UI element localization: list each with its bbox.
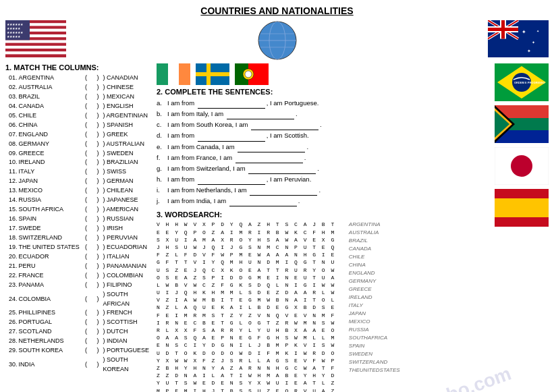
svg-point-52 [511,155,532,177]
country-name: SWITZERLAND [19,233,84,243]
close-paren: ) [96,224,101,233]
country-name: INDIA [19,360,84,370]
country-num: 30. [5,360,19,370]
country-num: 12. [5,177,19,186]
svg-rect-31 [157,63,168,85]
country-name: ARGENTINA [19,74,84,83]
nationality-label: ) SOUTH AFRICAN [101,290,154,309]
svg-rect-54 [495,198,549,217]
side-flags: ORDEM E PROGRESSO [495,63,549,392]
sentence-letter: b. [157,109,165,119]
country-num: 28. [5,337,19,346]
nationality-label: ) COLOMBIAN [101,271,154,281]
country-name: CHILE [19,111,84,121]
svg-text:✦: ✦ [527,49,531,53]
open-paren: ( [84,92,88,102]
flag-spain [495,189,549,227]
sentence-letter: a. [157,98,165,109]
list-item: 15.SOUTH AFRICA( )) AMERICAN [5,205,154,215]
open-paren: ( [84,318,88,327]
flag-australia: ✦ ✦ ✦ ✦ [488,20,549,57]
nationality-label: ) SWEDEN [101,149,154,159]
sentence-item: d.I am from , I am Scottish. [157,130,492,141]
wordsearch-row: Z B H Y H N Y A Z A R N N H G C W A T F [157,364,345,372]
wordsearch-row: E N S C I Y D G N I L J B M P K V I S W [157,341,345,349]
open-paren: ( [84,271,88,281]
open-paren: ( [84,196,88,205]
country-name: AUSTRALIA [19,83,84,92]
close-paren: ) [96,74,101,83]
close-paren: ) [96,308,101,318]
nationality-label: ) BRAZILIAN [101,158,154,167]
country-name: ENGLAND [19,130,84,140]
nationality-label: ) CANADIAN [101,74,154,83]
wordsearch-row: U S Z E J Q C X K O E A T T R U R Y O W [157,267,345,274]
country-name: SWEDE [19,224,84,233]
list-item: 08.GERMANY( )) AUSTRALIAN [5,140,154,149]
country-name: COLOMBIA [19,295,84,304]
country-num: 22. [5,271,19,281]
close-paren: ) [96,205,101,215]
flag-southafrica [495,105,549,143]
sentence-text: I am from Switzerland, I am . [167,163,319,174]
country-name: SCOTLAND [19,327,84,337]
wordsearch-word: RUSSIA [349,326,400,334]
flag-ireland [157,63,190,85]
country-num: 08. [5,140,19,149]
wordsearch-words: ARGENTINAAUSTRALIABRAZILCANADACHILECHINA… [349,221,400,392]
svg-rect-6 [5,51,66,54]
nationality-label: ) AUSTRALIAN [101,140,154,149]
list-item: 20.ECUADOR( )) ITALIAN [5,252,154,262]
nationality-label: ) SCOTTISH [101,318,154,327]
sentences-section: 2. COMPLETE THE SENTENCES: a.I am from ,… [157,88,492,206]
open-paren: ( [84,140,88,149]
country-num: 24. [5,295,19,304]
close-paren: ) [96,83,101,92]
wordsearch-row: V H H W V X P D Y Q A Z H T S C A J B T [157,221,345,228]
country-name: RUSSIA [19,196,84,205]
close-paren: ) [96,243,101,252]
open-paren: ( [84,308,88,318]
nationality-label: ) PORTUGUESE [101,346,154,356]
country-num: 20. [5,252,19,262]
country-name: PHILLIPINES [19,308,84,318]
globe-icon [257,20,298,61]
close-paren: ) [96,262,101,271]
flag-brazil: ORDEM E PROGRESSO [495,63,549,101]
sentence-letter: g. [157,163,165,174]
list-item: 06.CHINA( )) SPANISH [5,121,154,130]
close-paren: ) [96,327,101,337]
wordsearch-word: CHINA [349,261,400,269]
open-paren: ( [84,205,88,215]
close-paren: ) [96,252,101,262]
country-name: CANADA [19,102,84,111]
nationality-label: ) INDIAN [101,337,154,346]
sentence-text: I am from , I am Peruvian. [167,174,311,185]
wordsearch-row: Y U T S W E D E N S Y X W U I E A T L Z [157,379,345,387]
country-num: 03. [5,92,19,102]
wordsearch-row: N Z L A Q U E K A I L B D E G X B D S E [157,304,345,311]
country-name: PANAMA [19,281,84,290]
open-paren: ( [84,111,88,121]
country-num: 23. [5,281,19,290]
country-name: CHINA [19,121,84,130]
sentence-letter: e. [157,142,165,152]
country-list: 01.ARGENTINA( )) CANADIAN02.AUSTRALIA( )… [5,74,154,374]
open-paren: ( [84,130,88,140]
close-paren: ) [96,92,101,102]
sentence-text: I am from Canada, I am . [167,142,308,152]
wordsearch-row: Y X W W X F Z J S R L L A G S E V F W P [157,357,345,364]
wordsearch-row: G F T T V I Y Q M H U N D M I Q G T N U [157,258,345,266]
list-item: 22.FRANCE( )) COLOMBIAN [5,271,154,281]
close-paren: ) [96,121,101,130]
list-item: 17.SWEDE( )) IRISH [5,224,154,233]
country-name: IRELAND [19,158,84,167]
sentence-text: I am from Italy, I am . [167,109,298,119]
sentence-letter: i. [157,185,165,196]
country-num: 09. [5,149,19,159]
nationality-label: ) ITALIAN [101,252,154,262]
wordsearch-word: IRELAND [349,293,400,302]
wordsearch-row: F Z L F D V F W P M E W A A A N H G I E [157,251,345,258]
wordsearch-word: BRAZIL [349,237,400,245]
sentence-item: f.I am from France, I am . [157,152,492,163]
